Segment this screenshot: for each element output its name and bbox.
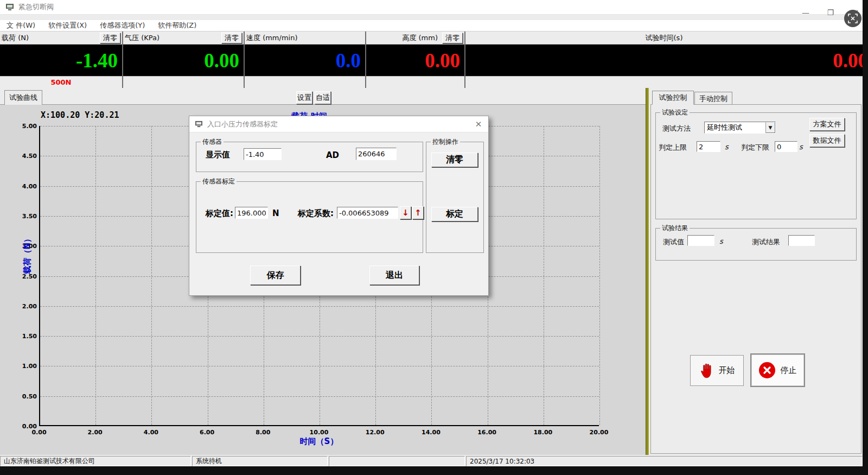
gauge-speed-header: 速度 (mm/min) bbox=[245, 31, 365, 45]
x-tick-label: 18.00 bbox=[533, 429, 552, 436]
menu-software-settings[interactable]: 软件设置(X) bbox=[48, 21, 87, 30]
stop-button-label: 停止 bbox=[781, 365, 797, 376]
status-company: 山东济南铂鉴测试技术有限公司 bbox=[0, 456, 191, 466]
gauge-pressure-foot bbox=[123, 76, 244, 88]
stop-button[interactable]: 停止 bbox=[750, 353, 805, 387]
start-button-label: 开始 bbox=[719, 365, 735, 376]
test-settings-legend: 试验设定 bbox=[660, 108, 690, 117]
x-tick-label: 0.00 bbox=[31, 429, 46, 436]
sensor-calibration-dialog: 入口小压力传感器标定 ✕ 传感器 显示值 AD 传感器标定 标定值: N 标定系… bbox=[189, 116, 489, 296]
display-value-label: 显示值 bbox=[206, 150, 230, 160]
test-method-select[interactable]: 延时性测试 ▼ bbox=[704, 122, 776, 134]
upper-limit-unit: s bbox=[725, 143, 729, 151]
tab-test-control[interactable]: 试验控制 bbox=[652, 91, 694, 105]
x-tick-label: 2.00 bbox=[88, 429, 103, 436]
dialog-calibrate-button[interactable]: 标定 bbox=[431, 207, 478, 221]
test-method-label: 测试方法 bbox=[662, 124, 691, 134]
minimize-button[interactable]: — bbox=[797, 7, 814, 18]
gauge-speed: 速度 (mm/min) 0.0 bbox=[245, 31, 366, 88]
sensor-group-legend: 传感器 bbox=[201, 137, 224, 147]
tab-test-curve[interactable]: 试验曲线 bbox=[4, 90, 42, 105]
lower-limit-label: 判定下限 bbox=[741, 143, 769, 153]
x-tick-label: 4.00 bbox=[144, 429, 158, 436]
y-tick-label: 5.00 bbox=[22, 123, 37, 130]
calibration-group-legend: 传感器标定 bbox=[201, 177, 237, 186]
upper-limit-input[interactable] bbox=[697, 141, 720, 152]
x-tick-label: 12.00 bbox=[366, 429, 385, 436]
gauge-pressure-zero-button[interactable]: 清零 bbox=[221, 33, 242, 43]
v-gridline bbox=[95, 126, 96, 425]
calib-value-label: 标定值: bbox=[206, 208, 233, 219]
gauge-load-value: -1.40 bbox=[0, 45, 122, 76]
restore-button[interactable]: ❐ bbox=[822, 7, 839, 18]
gauge-load-range: 500N bbox=[0, 76, 122, 88]
y-tick-label: 3.50 bbox=[22, 212, 37, 219]
lower-limit-input[interactable] bbox=[775, 141, 797, 152]
x-tick-label: 20.00 bbox=[590, 429, 609, 436]
menu-help[interactable]: 软件帮助(Z) bbox=[158, 21, 196, 30]
y-tick-label: 0.50 bbox=[22, 392, 37, 400]
x-axis-label: 时间（S） bbox=[300, 436, 339, 447]
status-system-state: 系统待机 bbox=[192, 456, 328, 466]
display-value-input[interactable] bbox=[244, 148, 282, 160]
gauge-test-time: 试验时间(s) 0.00 bbox=[465, 31, 863, 88]
y-tick-label: 4.00 bbox=[22, 182, 37, 189]
gauge-test-time-value: 0.00 bbox=[465, 45, 863, 76]
dialog-title-bar[interactable]: 入口小压力传感器标定 ✕ bbox=[189, 116, 488, 132]
coef-increase-button[interactable]: ↑ bbox=[412, 206, 424, 219]
x-axis-ticks: 0.002.004.006.008.0010.0012.0014.0016.00… bbox=[39, 429, 599, 436]
v-gridline bbox=[151, 126, 152, 425]
dialog-icon bbox=[195, 121, 203, 128]
dialog-title: 入口小压力传感器标定 bbox=[207, 119, 278, 129]
gauge-pressure-header: 气压 (KPa) 清零 bbox=[123, 31, 244, 45]
plan-file-button[interactable]: 方案文件 bbox=[809, 118, 845, 131]
ad-label: AD bbox=[326, 150, 339, 160]
gauge-row: 载荷 (N) 清零 -1.40 500N 气压 (KPa) 清零 0.00 速度… bbox=[0, 31, 863, 88]
gauge-pressure-value: 0.00 bbox=[123, 45, 244, 76]
chevron-down-icon[interactable]: ▼ bbox=[765, 122, 775, 133]
menu-sensor-options[interactable]: 传感器选项(Y) bbox=[100, 21, 145, 30]
coef-label: 标定系数: bbox=[298, 208, 334, 219]
x-tick-label: 16.00 bbox=[477, 429, 496, 436]
menu-file[interactable]: 文 件(W) bbox=[7, 21, 35, 30]
calib-value-input[interactable] bbox=[235, 207, 268, 219]
gauge-height-header: 高度 (mm) 清零 bbox=[366, 31, 464, 45]
exit-button[interactable]: 退出 bbox=[369, 265, 419, 285]
coef-input[interactable] bbox=[337, 207, 398, 219]
gauge-height-zero-button[interactable]: 清零 bbox=[442, 33, 463, 43]
title-bar: 紧急切断阀 bbox=[0, 0, 863, 15]
chart-settings-button[interactable]: 设置 bbox=[296, 91, 312, 104]
test-result-input[interactable] bbox=[788, 235, 815, 246]
gauge-height-foot bbox=[366, 76, 464, 88]
x-tick-label: 14.00 bbox=[422, 429, 441, 436]
save-button[interactable]: 保存 bbox=[250, 265, 301, 285]
v-gridline bbox=[599, 126, 600, 425]
ad-value-input[interactable] bbox=[356, 148, 397, 160]
tab-manual-control[interactable]: 手动控制 bbox=[694, 92, 732, 105]
dialog-close-icon[interactable]: ✕ bbox=[472, 118, 485, 130]
screen: 紧急切断阀 — ❐ ✕ 文 件(W) 软件设置(X) 传感器选项(Y) 软件帮助… bbox=[0, 0, 868, 475]
gauge-height-value: 0.00 bbox=[366, 45, 464, 76]
test-value-input[interactable] bbox=[687, 235, 714, 246]
y-axis-label: 载荷（N） bbox=[22, 235, 33, 274]
test-value-label: 测试值 bbox=[663, 237, 684, 247]
gauge-pressure: 气压 (KPa) 清零 0.00 bbox=[123, 31, 245, 88]
y-tick-label: 1.00 bbox=[22, 363, 37, 370]
gauge-load-zero-button[interactable]: 清零 bbox=[100, 33, 120, 43]
coef-decrease-button[interactable]: ↓ bbox=[400, 206, 411, 219]
status-spare bbox=[329, 456, 465, 466]
stop-icon bbox=[759, 362, 775, 378]
arrow-down-icon: ↓ bbox=[402, 208, 409, 218]
gauge-test-time-header: 试验时间(s) bbox=[465, 31, 863, 45]
test-result-legend: 试验结果 bbox=[660, 224, 690, 233]
gauge-speed-foot bbox=[245, 76, 365, 88]
test-result-label: 测试结果 bbox=[752, 237, 780, 247]
start-button[interactable]: 开始 bbox=[690, 355, 744, 386]
status-bar: 山东济南铂鉴测试技术有限公司 系统待机 2025/3/17 10:32:03 bbox=[0, 456, 863, 466]
test-method-value: 延时性测试 bbox=[705, 123, 765, 132]
dialog-zero-button[interactable]: 清零 bbox=[431, 153, 478, 167]
gauge-speed-value: 0.0 bbox=[245, 45, 365, 76]
chart-autofit-button[interactable]: 自适 bbox=[315, 91, 331, 104]
data-file-button[interactable]: 数据文件 bbox=[809, 134, 845, 147]
screenshot-overlay-icon[interactable] bbox=[844, 10, 861, 27]
